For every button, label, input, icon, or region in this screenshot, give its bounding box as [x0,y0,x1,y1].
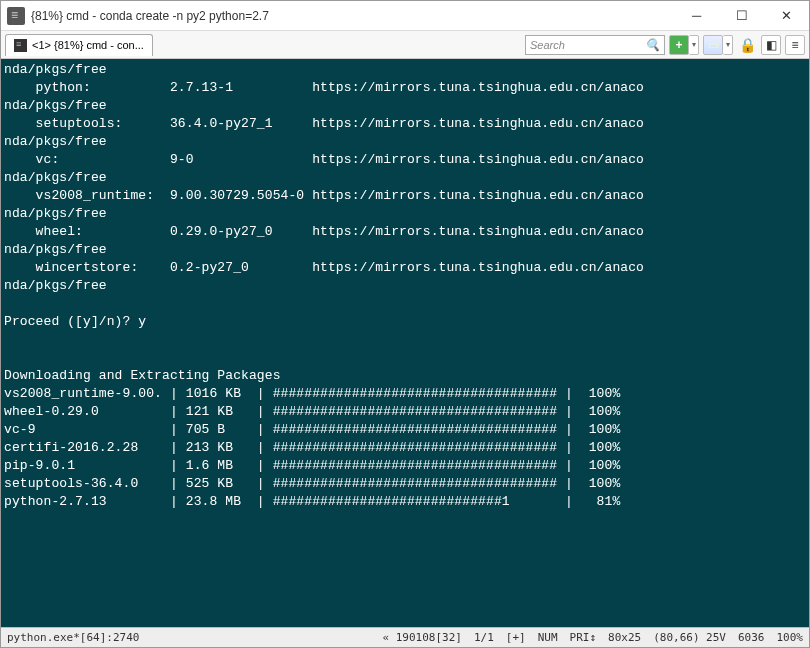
status-count: 6036 [738,631,765,644]
terminal-output[interactable]: nda/pkgs/free python: 2.7.13-1 https://m… [1,59,809,627]
new-tab-button[interactable]: + [669,35,689,55]
search-input[interactable]: Search 🔍 [525,35,665,55]
app-window: {81%} cmd - conda create -n py2 python=2… [0,0,810,648]
panel-right-button[interactable]: ≡ [785,35,805,55]
maximize-button[interactable]: ☐ [719,1,764,31]
lock-icon[interactable]: 🔒 [737,35,757,55]
status-encoding: « 190108[32] [382,631,461,644]
close-button[interactable]: ✕ [764,1,809,31]
status-pri: PRI↕ [570,631,597,644]
titlebar: {81%} cmd - conda create -n py2 python=2… [1,1,809,31]
window-title: {81%} cmd - conda create -n py2 python=2… [31,9,674,23]
app-icon [7,7,25,25]
tab-icon [14,39,27,52]
status-flag: [+] [506,631,526,644]
tab-active[interactable]: <1> {81%} cmd - con... [5,34,153,56]
status-pct: 100% [777,631,804,644]
view-dropdown[interactable]: ▾ [723,35,733,55]
status-size: 80x25 [608,631,641,644]
view-button[interactable]: ▭ [703,35,723,55]
search-placeholder: Search [530,39,565,51]
status-cursor: (80,66) 25V [653,631,726,644]
minimize-button[interactable]: ─ [674,1,719,31]
search-icon: 🔍 [645,38,660,52]
status-page: 1/1 [474,631,494,644]
toolbar: <1> {81%} cmd - con... Search 🔍 + ▾ ▭ ▾ … [1,31,809,59]
tab-label: <1> {81%} cmd - con... [32,39,144,51]
status-process: python.exe*[64]:2740 [7,631,139,644]
status-num: NUM [538,631,558,644]
panel-left-button[interactable]: ◧ [761,35,781,55]
new-tab-dropdown[interactable]: ▾ [689,35,699,55]
status-bar: python.exe*[64]:2740 « 190108[32] 1/1 [+… [1,627,809,647]
